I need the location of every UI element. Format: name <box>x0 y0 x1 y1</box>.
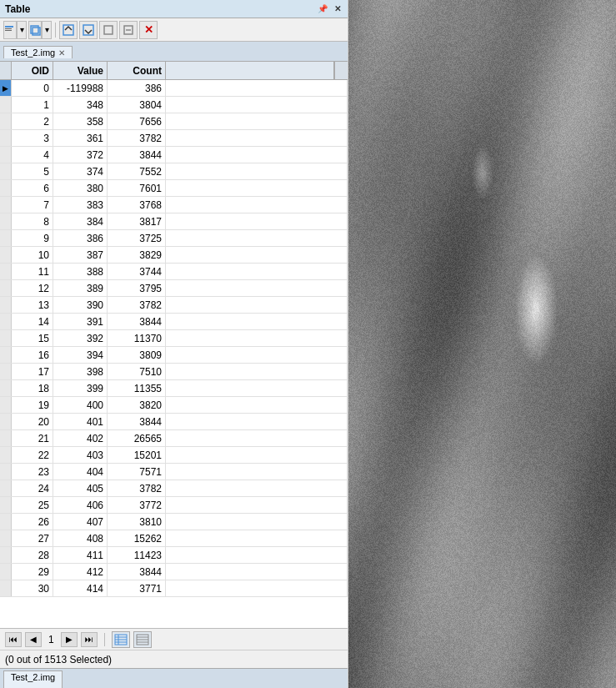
toolbar-btn-2[interactable] <box>28 21 42 39</box>
row-indicator <box>0 514 12 530</box>
row-indicator <box>0 480 12 496</box>
view-list-button[interactable] <box>133 631 152 648</box>
nav-last-button[interactable]: ⏭ <box>81 632 98 647</box>
cell-oid: 28 <box>12 547 53 563</box>
cell-count: 7552 <box>108 163 166 179</box>
cell-count: 7656 <box>108 113 166 129</box>
table-row[interactable]: 103873829 <box>0 247 348 264</box>
toolbar-dropdown-1: ▾ <box>3 21 27 39</box>
table-row[interactable]: 294123844 <box>0 564 348 580</box>
table-row[interactable]: 204013844 <box>0 414 348 430</box>
table-row[interactable]: 53747552 <box>0 163 348 180</box>
close-panel-button[interactable]: ✕ <box>333 4 343 13</box>
cell-value: 407 <box>53 514 108 530</box>
table-row[interactable]: 244053782 <box>0 480 348 497</box>
row-indicator <box>0 230 12 246</box>
row-indicator <box>0 330 12 346</box>
table-row[interactable]: 173987510 <box>0 364 348 380</box>
cell-value: -119988 <box>53 80 108 96</box>
table-row[interactable]: 83843817 <box>0 213 348 230</box>
table-row[interactable]: 2740815262 <box>0 530 348 547</box>
cell-oid: 1 <box>12 97 53 113</box>
toolbar-btn-minus[interactable] <box>119 21 138 39</box>
pin-button[interactable]: 📌 <box>316 4 329 13</box>
toolbar-dropdown-arrow-1[interactable]: ▾ <box>17 21 27 39</box>
row-indicator <box>0 130 12 146</box>
table-row[interactable]: ▶0-119988386 <box>0 80 348 97</box>
cell-extra <box>166 314 348 329</box>
toolbar-btn-1[interactable] <box>3 21 17 39</box>
cell-oid: 9 <box>12 230 53 246</box>
table-row[interactable]: 113883744 <box>0 264 348 280</box>
cell-value: 391 <box>53 314 108 329</box>
cell-oid: 30 <box>12 580 53 596</box>
table-row[interactable]: 143913844 <box>0 314 348 330</box>
file-tab[interactable]: Test_2.img ✕ <box>3 46 73 58</box>
row-indicator <box>0 247 12 263</box>
cell-value: 374 <box>53 163 108 179</box>
row-indicator <box>0 464 12 480</box>
view-table-button[interactable] <box>112 631 130 648</box>
table-row[interactable]: 2240315201 <box>0 447 348 464</box>
toolbar-dropdown-arrow-2[interactable]: ▾ <box>42 21 52 39</box>
row-indicator <box>0 564 12 580</box>
table-row[interactable]: 2140226565 <box>0 430 348 447</box>
cell-oid: 19 <box>12 397 53 413</box>
table-row[interactable]: 1839911355 <box>0 380 348 397</box>
cell-value: 394 <box>53 347 108 363</box>
toolbar-btn-box[interactable] <box>99 21 118 39</box>
table-row[interactable]: 63807601 <box>0 180 348 197</box>
table-row[interactable]: 254063772 <box>0 497 348 514</box>
cell-oid: 13 <box>12 297 53 313</box>
table-row[interactable]: 23587656 <box>0 113 348 130</box>
table-row[interactable]: 73833768 <box>0 197 348 213</box>
file-tab-bar: Test_2.img ✕ <box>0 42 348 62</box>
nav-first-button[interactable]: ⏮ <box>5 632 22 647</box>
title-bar: Table 📌 ✕ <box>0 0 348 18</box>
cell-count: 3810 <box>108 514 166 530</box>
row-indicator <box>0 547 12 563</box>
table-row[interactable]: 1539211370 <box>0 330 348 347</box>
table-row[interactable]: 234047571 <box>0 464 348 480</box>
cell-oid: 26 <box>12 514 53 530</box>
svg-rect-7 <box>104 26 113 34</box>
cell-oid: 2 <box>12 113 53 129</box>
table-row[interactable]: 93863725 <box>0 230 348 247</box>
nav-prev-button[interactable]: ◀ <box>25 632 42 647</box>
table-row[interactable]: 163943809 <box>0 347 348 364</box>
bottom-tab-test2[interactable]: Test_2.img <box>3 670 63 688</box>
column-header-count[interactable]: Count <box>108 62 166 79</box>
cell-oid: 7 <box>12 197 53 213</box>
cell-oid: 3 <box>12 130 53 146</box>
cell-count: 3844 <box>108 564 166 580</box>
table-row[interactable]: 13483804 <box>0 97 348 113</box>
column-header-value[interactable]: Value <box>53 62 108 79</box>
table-row[interactable]: 43723844 <box>0 147 348 163</box>
cell-count: 3772 <box>108 497 166 513</box>
page-number: 1 <box>45 634 58 645</box>
table-row[interactable]: 33613782 <box>0 130 348 147</box>
table-scroll-area[interactable]: ▶0-1199883861348380423587656336137824372… <box>0 80 348 628</box>
table-row[interactable]: 264073810 <box>0 514 348 530</box>
row-indicator <box>0 97 12 113</box>
toolbar-btn-select[interactable] <box>59 21 78 39</box>
cell-oid: 8 <box>12 213 53 229</box>
toolbar-btn-delete[interactable]: ✕ <box>139 21 158 39</box>
cell-oid: 10 <box>12 247 53 263</box>
table-row[interactable]: 194003820 <box>0 397 348 414</box>
cell-count: 7601 <box>108 180 166 196</box>
cell-oid: 29 <box>12 564 53 580</box>
scrollbar-header <box>334 62 348 79</box>
table-row[interactable]: 123893795 <box>0 280 348 297</box>
cell-count: 3725 <box>108 230 166 246</box>
nav-next-button[interactable]: ▶ <box>61 632 78 647</box>
file-tab-close-button[interactable]: ✕ <box>58 48 65 58</box>
column-header-oid[interactable]: OID <box>12 62 53 79</box>
cell-count: 11355 <box>108 380 166 396</box>
table-row[interactable]: 133903782 <box>0 297 348 314</box>
toolbar-btn-select2[interactable] <box>79 21 98 39</box>
cell-value: 387 <box>53 247 108 263</box>
table-row[interactable]: 304143771 <box>0 580 348 597</box>
table-row[interactable]: 2841111423 <box>0 547 348 564</box>
cell-count: 3844 <box>108 147 166 163</box>
